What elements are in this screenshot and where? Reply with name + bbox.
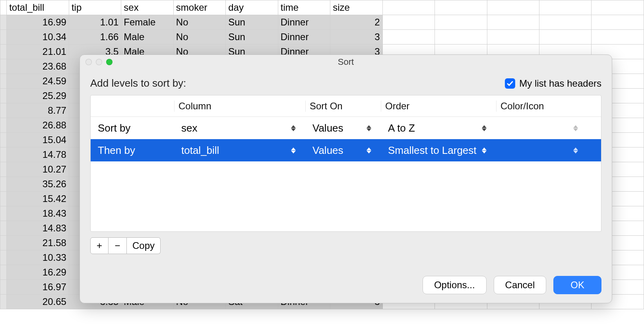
cell[interactable]: 10.27 — [7, 162, 69, 177]
chevron-updown-icon — [291, 146, 298, 155]
sort-dialog: Sort Add levels to sort by: My list has … — [80, 54, 612, 303]
column-header[interactable]: smoker — [173, 0, 225, 15]
cell[interactable]: 15.42 — [7, 192, 69, 206]
chevron-updown-icon — [573, 146, 580, 155]
minus-icon: − — [114, 240, 120, 251]
cell[interactable]: 1.66 — [69, 30, 121, 45]
plus-icon: + — [97, 240, 102, 251]
window-minimize-icon[interactable] — [96, 59, 102, 65]
options-button[interactable]: Options... — [423, 276, 487, 294]
order-select[interactable]: A to Z — [381, 122, 496, 134]
cell[interactable]: 15.04 — [7, 133, 69, 147]
cell[interactable]: 1.01 — [69, 15, 121, 30]
level-toolbar: + − Copy — [90, 237, 601, 254]
cell[interactable]: 20.65 — [7, 295, 69, 309]
cell[interactable]: 3 — [330, 30, 382, 45]
add-level-button[interactable]: + — [90, 237, 109, 254]
col-header-order: Order — [381, 101, 496, 112]
cell[interactable]: 14.83 — [7, 221, 69, 236]
column-header[interactable]: day — [226, 0, 278, 15]
level-label: Sort by — [98, 122, 130, 134]
window-zoom-icon[interactable] — [106, 59, 113, 65]
order-select[interactable]: Smallest to Largest — [381, 144, 496, 157]
col-header-coloricon: Color/Icon — [496, 101, 588, 112]
column-header[interactable]: time — [278, 0, 330, 15]
cell[interactable]: 35.26 — [7, 177, 69, 192]
cell[interactable]: Sun — [226, 15, 278, 30]
remove-level-button[interactable]: − — [109, 237, 127, 254]
ok-button[interactable]: OK — [553, 276, 601, 294]
coloricon-select[interactable] — [496, 124, 588, 132]
instruction-label: Add levels to sort by: — [90, 77, 186, 89]
chevron-updown-icon — [367, 146, 374, 155]
sort-levels-list: Column Sort On Order Color/Icon Sort bys… — [90, 95, 601, 232]
cell[interactable]: Sun — [226, 30, 278, 45]
dialog-titlebar: Sort — [80, 55, 612, 69]
headers-checkbox[interactable]: My list has headers — [505, 78, 601, 89]
cell[interactable]: Dinner — [278, 30, 330, 45]
cell[interactable]: 23.68 — [7, 59, 69, 74]
col-header-column: Column — [174, 101, 305, 112]
cell[interactable]: No — [173, 15, 225, 30]
cell[interactable]: Male — [121, 30, 173, 45]
chevron-updown-icon — [367, 124, 374, 132]
column-header[interactable]: sex — [121, 0, 173, 15]
cancel-button[interactable]: Cancel — [494, 276, 547, 294]
window-close-icon[interactable] — [85, 59, 92, 65]
sorton-select[interactable]: Values — [305, 122, 381, 134]
cell[interactable]: 8.77 — [7, 103, 69, 118]
cell[interactable]: Dinner — [278, 15, 330, 30]
cell[interactable]: 24.59 — [7, 74, 69, 89]
cell[interactable]: 25.29 — [7, 89, 69, 103]
column-select[interactable]: total_bill — [174, 144, 305, 157]
cell[interactable]: 10.34 — [7, 30, 69, 45]
coloricon-select[interactable] — [496, 146, 588, 155]
cell[interactable]: 16.99 — [7, 15, 69, 30]
sort-level-row[interactable]: Sort bysexValuesA to Z — [91, 117, 601, 139]
cell[interactable]: 16.29 — [7, 265, 69, 280]
dialog-title: Sort — [338, 57, 354, 67]
cell[interactable]: 10.33 — [7, 250, 69, 265]
chevron-updown-icon — [573, 124, 580, 132]
cell[interactable]: 21.01 — [7, 45, 69, 59]
chevron-updown-icon — [291, 124, 298, 132]
cell[interactable]: 14.78 — [7, 147, 69, 162]
chevron-updown-icon — [482, 124, 489, 132]
copy-level-button[interactable]: Copy — [127, 237, 161, 254]
level-label: Then by — [98, 144, 135, 157]
column-header[interactable]: total_bill — [7, 0, 69, 15]
cell[interactable]: Female — [121, 15, 173, 30]
cell[interactable]: 16.97 — [7, 280, 69, 295]
sort-levels-header: Column Sort On Order Color/Icon — [91, 95, 601, 117]
cell[interactable]: 2 — [330, 15, 382, 30]
chevron-updown-icon — [482, 146, 489, 155]
sorton-select[interactable]: Values — [305, 144, 381, 157]
cell[interactable]: 21.58 — [7, 236, 69, 250]
cell[interactable]: 26.88 — [7, 118, 69, 133]
column-header[interactable]: size — [330, 0, 382, 15]
cell[interactable]: No — [173, 30, 225, 45]
headers-checkbox-label: My list has headers — [519, 78, 601, 89]
sort-level-row[interactable]: Then bytotal_billValuesSmallest to Large… — [91, 139, 601, 161]
column-header[interactable]: tip — [69, 0, 121, 15]
cell[interactable]: 18.43 — [7, 206, 69, 221]
column-select[interactable]: sex — [174, 122, 305, 134]
checkbox-checked-icon — [505, 78, 515, 89]
col-header-sorton: Sort On — [305, 101, 381, 112]
